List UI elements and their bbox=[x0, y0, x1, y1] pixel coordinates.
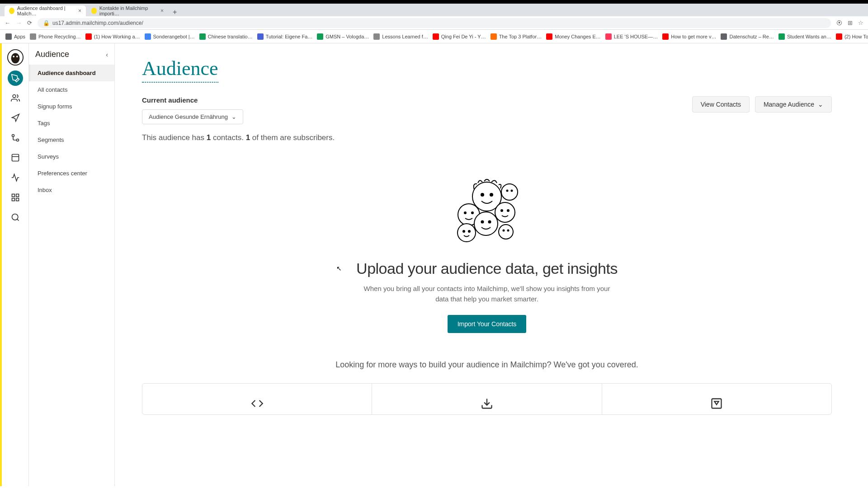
empty-state-title: Upload your audience data, get insights bbox=[329, 260, 645, 277]
svg-point-6 bbox=[16, 139, 19, 141]
bookmark-favicon bbox=[491, 33, 497, 40]
sidebar-item-tags[interactable]: Tags bbox=[29, 115, 114, 131]
bookmark-item[interactable]: The Top 3 Platfor… bbox=[491, 33, 542, 40]
svg-marker-38 bbox=[715, 401, 719, 404]
browser-tab-bar: Audience dashboard | Mailch… × Kontakte … bbox=[0, 4, 868, 16]
sidebar-item-preferences[interactable]: Preferences center bbox=[29, 165, 114, 182]
forward-icon[interactable]: → bbox=[16, 19, 22, 26]
sidebar-item-surveys[interactable]: Surveys bbox=[29, 148, 114, 165]
bookmark-favicon bbox=[546, 33, 552, 40]
card-landing[interactable] bbox=[602, 384, 831, 414]
url-text: us17.admin.mailchimp.com/audience/ bbox=[52, 20, 143, 26]
bookmark-item[interactable]: Sonderangebot |… bbox=[145, 33, 195, 40]
back-icon[interactable]: ← bbox=[5, 19, 10, 26]
close-tab-icon[interactable]: × bbox=[78, 8, 81, 14]
sidebar-item-all-contacts[interactable]: All contacts bbox=[29, 81, 114, 98]
apps-icon bbox=[5, 33, 12, 40]
view-contacts-button[interactable]: View Contacts bbox=[692, 96, 750, 113]
bookmark-favicon bbox=[145, 33, 151, 40]
rail-automations-icon[interactable] bbox=[8, 130, 23, 145]
bookmark-favicon bbox=[30, 33, 36, 40]
svg-point-29 bbox=[511, 190, 513, 192]
bookmark-favicon bbox=[836, 33, 842, 40]
bookmark-item[interactable]: Phone Recycling… bbox=[30, 33, 81, 40]
new-tab-button[interactable]: + bbox=[169, 8, 180, 16]
svg-point-2 bbox=[13, 56, 14, 57]
build-audience-cards bbox=[142, 383, 832, 415]
bookmark-item[interactable]: LEE 'S HOUSE—… bbox=[605, 33, 658, 40]
rail-create-icon[interactable] bbox=[8, 70, 23, 86]
page-title: Audience bbox=[142, 57, 218, 83]
bookmark-item[interactable]: (1) How Working a… bbox=[85, 33, 140, 40]
svg-point-33 bbox=[499, 225, 513, 239]
bookmark-apps[interactable]: Apps bbox=[5, 33, 25, 40]
download-icon bbox=[481, 397, 493, 410]
sidebar-item-inbox[interactable]: Inbox bbox=[29, 182, 114, 198]
manage-audience-button[interactable]: Manage Audience ⌄ bbox=[755, 96, 832, 113]
svg-point-5 bbox=[12, 135, 14, 137]
icon-rail bbox=[2, 43, 29, 486]
rail-integrations-icon[interactable] bbox=[8, 190, 23, 205]
translate-icon[interactable]: ⦿ bbox=[836, 19, 842, 26]
svg-point-30 bbox=[458, 224, 476, 242]
url-input[interactable]: 🔒 us17.admin.mailchimp.com/audience/ bbox=[38, 18, 831, 28]
card-import[interactable] bbox=[372, 384, 602, 414]
mouse-cursor: ↖ bbox=[336, 265, 342, 272]
rail-audience-icon[interactable] bbox=[8, 90, 23, 106]
browser-tab-active[interactable]: Audience dashboard | Mailch… × bbox=[5, 5, 86, 16]
card-embed[interactable] bbox=[142, 384, 372, 414]
chevron-down-icon: ⌄ bbox=[818, 101, 823, 108]
bookmark-favicon bbox=[605, 33, 612, 40]
bookmark-item[interactable]: Datenschutz – Re… bbox=[721, 33, 774, 40]
svg-point-21 bbox=[495, 202, 515, 222]
svg-point-31 bbox=[463, 230, 465, 232]
rail-content-icon[interactable] bbox=[8, 170, 23, 185]
extensions-icon[interactable]: ⊞ bbox=[848, 19, 853, 26]
svg-point-17 bbox=[490, 193, 493, 196]
bookmark-favicon bbox=[373, 33, 380, 40]
bookmark-favicon bbox=[257, 33, 264, 40]
bookmark-favicon bbox=[721, 33, 727, 40]
bookmark-item[interactable]: Money Changes E… bbox=[546, 33, 601, 40]
bookmark-favicon bbox=[317, 33, 323, 40]
close-tab-icon[interactable]: × bbox=[160, 8, 164, 14]
svg-rect-9 bbox=[12, 194, 14, 197]
bookmark-item[interactable]: Chinese translatio… bbox=[199, 33, 253, 40]
svg-point-24 bbox=[474, 212, 498, 235]
bookmark-item[interactable]: Tutorial: Eigene Fa… bbox=[257, 33, 313, 40]
audience-selector[interactable]: Audience Gesunde Ernährung ⌄ bbox=[142, 109, 243, 124]
empty-state-subtitle: When you bring all your contacts into Ma… bbox=[360, 284, 613, 304]
bookmark-item[interactable]: Qing Fei De Yi - Y… bbox=[433, 33, 486, 40]
svg-point-23 bbox=[507, 210, 509, 211]
rail-campaigns-icon[interactable] bbox=[8, 110, 23, 126]
svg-point-28 bbox=[507, 190, 508, 192]
collapse-sidebar-icon[interactable]: ‹ bbox=[106, 51, 108, 58]
svg-point-19 bbox=[464, 212, 466, 214]
star-icon[interactable]: ☆ bbox=[858, 19, 863, 26]
svg-point-25 bbox=[481, 221, 484, 223]
audience-controls-row: Current audience Audience Gesunde Ernähr… bbox=[142, 96, 832, 124]
rail-website-icon[interactable] bbox=[8, 150, 23, 165]
bookmark-item[interactable]: Lessons Learned f… bbox=[373, 33, 428, 40]
app-container: Audience ‹ Audience dashboard All contac… bbox=[0, 43, 868, 486]
bookmark-item[interactable]: (2) How To Add A… bbox=[836, 33, 868, 40]
svg-rect-10 bbox=[16, 194, 19, 197]
mailchimp-logo[interactable] bbox=[7, 49, 24, 66]
svg-point-35 bbox=[508, 230, 509, 231]
sidebar-item-signup-forms[interactable]: Signup forms bbox=[29, 98, 114, 115]
browser-tab[interactable]: Kontakte in Mailchimp importi… × bbox=[87, 5, 168, 16]
svg-point-16 bbox=[481, 193, 484, 196]
sidebar-item-segments[interactable]: Segments bbox=[29, 131, 114, 148]
reload-icon[interactable]: ⟳ bbox=[27, 19, 32, 26]
mailchimp-favicon bbox=[9, 8, 14, 14]
tab-title: Kontakte in Mailchimp importi… bbox=[99, 5, 158, 16]
sidebar-item-dashboard[interactable]: Audience dashboard bbox=[29, 65, 114, 81]
current-audience-label: Current audience bbox=[142, 96, 243, 104]
bookmark-item[interactable]: GMSN – Vologda… bbox=[317, 33, 369, 40]
rail-search-icon[interactable] bbox=[8, 210, 23, 225]
bookmark-item[interactable]: How to get more v… bbox=[662, 33, 716, 40]
bookmark-favicon bbox=[778, 33, 785, 40]
mailchimp-favicon bbox=[91, 8, 97, 14]
bookmark-item[interactable]: Student Wants an… bbox=[778, 33, 831, 40]
import-contacts-button[interactable]: Import Your Contacts bbox=[448, 315, 527, 333]
